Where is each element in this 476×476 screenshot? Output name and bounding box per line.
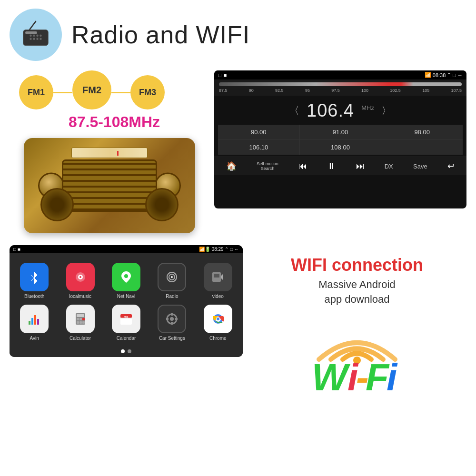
app-bluetooth[interactable]: Bluetooth xyxy=(14,263,54,299)
pause-button[interactable]: ⏸ xyxy=(325,160,337,172)
self-motion-button[interactable]: Self-motionSearch xyxy=(255,160,280,172)
wifi-svg: W i - F i xyxy=(305,317,409,402)
page-dot-2[interactable] xyxy=(128,349,131,353)
app-radio[interactable]: Radio xyxy=(152,263,192,299)
app-grid: Bluetooth localmusic xyxy=(10,253,243,346)
fm-frequency: 87.5-108MHz xyxy=(10,109,209,136)
dx-button[interactable]: DX xyxy=(383,162,395,171)
radio-image xyxy=(24,138,195,233)
radio-svg-icon xyxy=(19,18,52,51)
netnavi-label: Net Navi xyxy=(117,294,135,299)
freq-display: 〈 106.4 MHz 〉 xyxy=(214,96,466,125)
chrome-label: Chrome xyxy=(209,336,227,341)
freq-next-button[interactable]: 〉 xyxy=(381,104,392,118)
next-icon: ⏭ xyxy=(356,161,365,171)
page-dots xyxy=(10,346,243,357)
app-calendar[interactable]: 28 Calendar xyxy=(106,305,146,341)
prev-track-button[interactable]: ⏮ xyxy=(297,160,309,172)
bottom-section: □ ■ 📶🔋 08:29 ⌃ □ ← Bluetooth xyxy=(0,240,476,416)
svg-rect-26 xyxy=(77,314,84,317)
page-title: Radio and WIFI xyxy=(71,20,250,49)
svg-point-7 xyxy=(33,38,35,40)
radio-icon-circle xyxy=(10,9,62,61)
app-calculator[interactable]: Calculator xyxy=(60,305,100,341)
wifi-section: WIFI connection Massive Androidapp downl… xyxy=(248,245,466,412)
radio-grille xyxy=(62,159,157,212)
svg-text:28: 28 xyxy=(124,315,129,319)
middle-section: FM1 FM2 FM3 87.5-108MHz □ xyxy=(0,66,476,240)
app-carsettings[interactable]: Car Settings xyxy=(152,305,192,341)
fm2-bubble: FM2 xyxy=(72,70,111,109)
svg-rect-40 xyxy=(171,322,173,325)
left-panel: FM1 FM2 FM3 87.5-108MHz xyxy=(10,70,209,236)
page-dot-1[interactable] xyxy=(121,349,125,353)
chrome-icon xyxy=(204,305,232,333)
app-netnavi[interactable]: Net Navi xyxy=(106,263,146,299)
localmusic-icon xyxy=(66,263,95,291)
svg-point-5 xyxy=(40,35,41,37)
app-localmusic[interactable]: localmusic xyxy=(60,263,100,299)
home-button[interactable]: 🏠 xyxy=(224,160,238,172)
status-icon-signal: 📶 xyxy=(425,72,431,78)
android-radio-screen: □ ■ 📶 08:38 ⌃ □ ← 87.5 90 92.5 95 97.5 1… xyxy=(214,70,466,208)
video-icon xyxy=(204,263,232,291)
svg-text:W: W xyxy=(312,356,351,398)
preset-4[interactable]: 106.10 xyxy=(218,140,299,155)
save-button[interactable]: Save xyxy=(411,162,429,171)
svg-point-6 xyxy=(30,38,31,40)
app-avin[interactable]: Avin xyxy=(14,305,54,341)
radio-dial-bar xyxy=(117,151,119,156)
freq-value: 106.4 xyxy=(307,100,354,121)
video-label: video xyxy=(212,294,224,299)
svg-text:i: i xyxy=(387,356,398,398)
calculator-label: Calculator xyxy=(69,336,91,341)
calendar-icon: 28 xyxy=(112,305,140,333)
svg-rect-23 xyxy=(34,315,36,325)
svg-rect-27 xyxy=(77,318,79,320)
status-square: □ xyxy=(218,72,221,78)
fm-line-1 xyxy=(53,92,72,93)
prev-icon: ⏮ xyxy=(298,161,307,171)
radio-body xyxy=(29,143,190,228)
svg-rect-39 xyxy=(171,313,173,316)
preset-5[interactable]: 108.00 xyxy=(300,140,381,155)
preset-2[interactable]: 91.00 xyxy=(300,125,381,139)
svg-point-13 xyxy=(79,276,81,278)
freq-slider-area[interactable]: 87.5 90 92.5 95 97.5 100 102.5 105 107.5 xyxy=(214,79,466,96)
svg-rect-31 xyxy=(79,321,82,324)
radio-app-icon xyxy=(158,263,186,291)
svg-rect-28 xyxy=(79,318,82,320)
svg-point-2 xyxy=(30,35,31,37)
freq-prev-button[interactable]: 〈 xyxy=(289,104,299,118)
status-icon-back: ← xyxy=(457,72,463,78)
app-statusbar: □ ■ 📶🔋 08:29 ⌃ □ ← xyxy=(10,245,243,253)
wifi-logo: W i - F i xyxy=(305,317,409,402)
avin-label: Avin xyxy=(30,336,39,341)
app-status-center: 📶🔋 08:29 ⌃ □ ← xyxy=(199,247,239,252)
app-chrome[interactable]: Chrome xyxy=(198,305,238,341)
svg-point-46 xyxy=(217,317,219,320)
svg-rect-21 xyxy=(29,321,30,325)
app-video[interactable]: video xyxy=(198,263,238,299)
svg-rect-42 xyxy=(175,318,178,320)
preset-6[interactable] xyxy=(381,140,463,155)
svg-rect-10 xyxy=(25,31,37,34)
app-status-time: 08:29 xyxy=(212,247,224,252)
android-app-screen: □ ■ 📶🔋 08:29 ⌃ □ ← Bluetooth xyxy=(10,245,243,357)
preset-3[interactable]: 98.00 xyxy=(381,125,463,139)
svg-point-38 xyxy=(170,317,174,321)
pause-icon: ⏸ xyxy=(327,161,336,171)
preset-1[interactable]: 90.00 xyxy=(218,125,299,139)
next-track-button[interactable]: ⏭ xyxy=(354,160,367,172)
app-status-expand: ⌃ □ ← xyxy=(225,247,239,252)
bluetooth-icon xyxy=(20,263,49,291)
radio-speaker-right xyxy=(145,188,178,221)
back-icon: ↩ xyxy=(447,161,455,171)
freq-slider-track[interactable] xyxy=(219,82,462,86)
netnavi-icon xyxy=(112,263,140,291)
svg-point-17 xyxy=(171,276,173,278)
calendar-label: Calendar xyxy=(117,336,136,341)
status-icon-window: □ xyxy=(453,72,456,78)
back-button[interactable]: ↩ xyxy=(446,160,456,172)
svg-rect-20 xyxy=(214,274,219,278)
